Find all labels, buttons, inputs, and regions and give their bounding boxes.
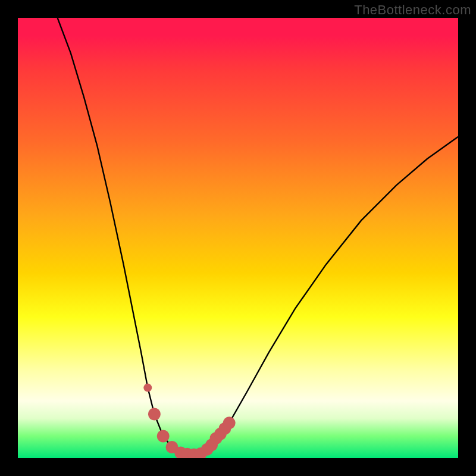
chart-frame: TheBottleneck.com xyxy=(0,0,476,476)
curve-left xyxy=(58,18,194,455)
marker-dot xyxy=(148,408,161,421)
marker-dot xyxy=(157,430,170,443)
plot-area xyxy=(18,18,458,458)
marker-dot xyxy=(223,416,236,429)
curve-right xyxy=(194,137,458,455)
watermark-text: TheBottleneck.com xyxy=(354,2,471,18)
bottleneck-curve xyxy=(58,18,458,455)
curve-layer xyxy=(18,18,458,458)
marker-dot xyxy=(143,384,152,392)
